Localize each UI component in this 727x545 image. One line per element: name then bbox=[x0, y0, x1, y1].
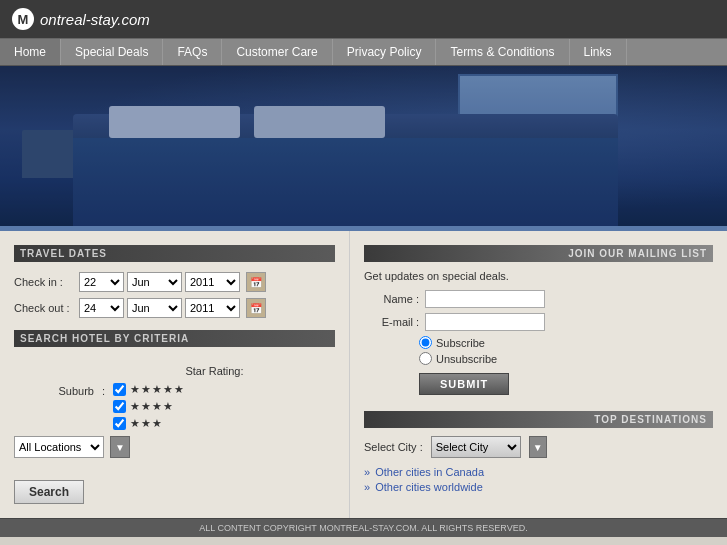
search-criteria-header: Search Hotel By Criteria bbox=[14, 330, 335, 347]
worldwide-cities-link[interactable]: Other cities worldwide bbox=[375, 481, 483, 493]
mailing-list-section: Join Our Mailing List Get updates on spe… bbox=[364, 245, 713, 395]
star4-label: ★★★★ bbox=[130, 400, 174, 413]
link-arrow-canada: » bbox=[364, 466, 370, 478]
star5-label: ★★★★★ bbox=[130, 383, 185, 396]
right-panel: Join Our Mailing List Get updates on spe… bbox=[350, 231, 727, 518]
logo-circle: M bbox=[12, 8, 34, 30]
suburb-label: Suburb bbox=[14, 383, 94, 397]
canada-cities-link[interactable]: Other cities in Canada bbox=[375, 466, 484, 478]
checkin-row: Check in : 22 Jun 2011 📅 bbox=[14, 272, 335, 292]
travel-dates-header: Travel Dates bbox=[14, 245, 335, 262]
mailing-list-header: Join Our Mailing List bbox=[364, 245, 713, 262]
left-panel: Travel Dates Check in : 22 Jun 2011 📅 Ch… bbox=[0, 231, 350, 518]
checkout-year-select[interactable]: 2011 bbox=[185, 298, 240, 318]
star-checks: ★★★★★ ★★★★ ★★★ bbox=[113, 383, 185, 430]
nav-item-faqs[interactable]: FAQs bbox=[163, 39, 222, 65]
subscribe-radio[interactable] bbox=[419, 336, 432, 349]
name-row: Name : bbox=[364, 290, 713, 308]
star4-row: ★★★★ bbox=[113, 400, 185, 413]
checkin-day-select[interactable]: 22 bbox=[79, 272, 124, 292]
select-city-label: Select City : bbox=[364, 441, 423, 453]
search-button[interactable]: Search bbox=[14, 480, 84, 504]
location-select[interactable]: All Locations bbox=[14, 436, 104, 458]
search-btn-container: Search bbox=[14, 480, 335, 504]
star5-checkbox[interactable] bbox=[113, 383, 126, 396]
header: M ontreal-stay.com bbox=[0, 0, 727, 38]
footer-text: ALL CONTENT COPYRIGHT MONTREAL-STAY.COM.… bbox=[199, 523, 527, 533]
checkout-month-select[interactable]: Jun bbox=[127, 298, 182, 318]
checkout-row: Check out : 24 Jun 2011 📅 bbox=[14, 298, 335, 318]
checkout-day-select[interactable]: 24 bbox=[79, 298, 124, 318]
travel-dates-section: Travel Dates Check in : 22 Jun 2011 📅 Ch… bbox=[14, 245, 335, 318]
unsubscribe-radio[interactable] bbox=[419, 352, 432, 365]
star3-label: ★★★ bbox=[130, 417, 163, 430]
link-row-canada: » Other cities in Canada bbox=[364, 466, 713, 478]
subscribe-radio-row: Subscribe bbox=[419, 336, 713, 349]
checkin-year-select[interactable]: 2011 bbox=[185, 272, 240, 292]
nav-item-links[interactable]: Links bbox=[570, 39, 627, 65]
checkin-label: Check in : bbox=[14, 276, 79, 288]
city-arrow-btn[interactable]: ▼ bbox=[529, 436, 547, 458]
link-arrow-worldwide: » bbox=[364, 481, 370, 493]
name-input[interactable] bbox=[425, 290, 545, 308]
main-content: Travel Dates Check in : 22 Jun 2011 📅 Ch… bbox=[0, 231, 727, 518]
star5-row: ★★★★★ bbox=[113, 383, 185, 396]
city-select[interactable]: Select City Montreal Quebec City Toronto… bbox=[431, 436, 521, 458]
star3-row: ★★★ bbox=[113, 417, 185, 430]
criteria-inner: Star Rating: Suburb : ★★★★★ ★★★★ bbox=[14, 357, 335, 466]
checkin-month-select[interactable]: Jun bbox=[127, 272, 182, 292]
nav-item-terms-&-conditions[interactable]: Terms & Conditions bbox=[436, 39, 569, 65]
select-city-row: Select City : Select City Montreal Quebe… bbox=[364, 436, 713, 458]
unsubscribe-label: Unsubscribe bbox=[436, 353, 497, 365]
nav-item-customer-care[interactable]: Customer Care bbox=[222, 39, 332, 65]
footer: ALL CONTENT COPYRIGHT MONTREAL-STAY.COM.… bbox=[0, 518, 727, 537]
nav-item-privacy-policy[interactable]: Privacy Policy bbox=[333, 39, 437, 65]
location-arrow-btn[interactable]: ▼ bbox=[110, 436, 130, 458]
submit-button[interactable]: Submit bbox=[419, 373, 509, 395]
link-row-worldwide: » Other cities worldwide bbox=[364, 481, 713, 493]
mailing-desc: Get updates on special deals. bbox=[364, 270, 713, 282]
top-dest-header: Top Destinations bbox=[364, 411, 713, 428]
email-row: E-mail : bbox=[364, 313, 713, 331]
hero-image bbox=[0, 66, 727, 226]
subscribe-label: Subscribe bbox=[436, 337, 485, 349]
email-input[interactable] bbox=[425, 313, 545, 331]
suburb-row: Suburb : ★★★★★ ★★★★ ★★★ bbox=[14, 383, 335, 430]
location-row: All Locations ▼ bbox=[14, 436, 335, 458]
checkout-label: Check out : bbox=[14, 302, 79, 314]
nav-item-home[interactable]: Home bbox=[0, 39, 61, 65]
top-destinations-section: Top Destinations Select City : Select Ci… bbox=[364, 411, 713, 493]
navbar: HomeSpecial DealsFAQsCustomer CarePrivac… bbox=[0, 38, 727, 66]
star4-checkbox[interactable] bbox=[113, 400, 126, 413]
star-rating-label: Star Rating: bbox=[94, 365, 335, 377]
logo-text: ontreal-stay.com bbox=[40, 11, 150, 28]
nav-item-special-deals[interactable]: Special Deals bbox=[61, 39, 163, 65]
checkout-calendar-icon[interactable]: 📅 bbox=[246, 298, 266, 318]
email-label: E-mail : bbox=[364, 316, 419, 328]
search-criteria-section: Search Hotel By Criteria Star Rating: Su… bbox=[14, 330, 335, 466]
name-label: Name : bbox=[364, 293, 419, 305]
unsubscribe-radio-row: Unsubscribe bbox=[419, 352, 713, 365]
checkin-calendar-icon[interactable]: 📅 bbox=[246, 272, 266, 292]
star3-checkbox[interactable] bbox=[113, 417, 126, 430]
colon-label: : bbox=[102, 383, 105, 397]
